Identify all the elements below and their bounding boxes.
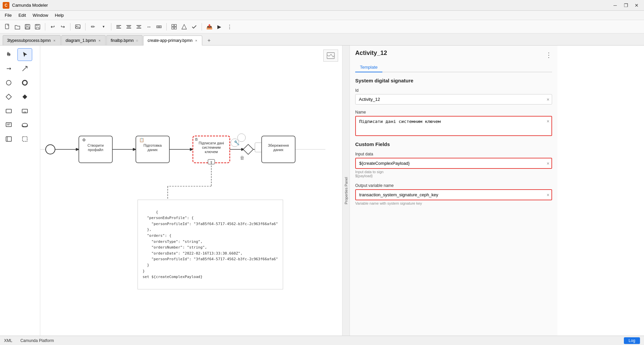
field-group-name: Name Підписати дані системним ключем ×: [355, 110, 552, 136]
svg-rect-4: [35, 24, 40, 29]
tool-connect[interactable]: [1, 62, 16, 75]
toolbar-edit-arrow[interactable]: ▾: [99, 22, 108, 31]
toolbar-edit-mode[interactable]: ✏: [88, 22, 98, 31]
toolbar-save[interactable]: [23, 22, 32, 31]
svg-rect-11: [126, 25, 131, 26]
field-clear-id[interactable]: ×: [547, 97, 549, 102]
svg-text:системним: системним: [202, 145, 221, 149]
tool-task[interactable]: [1, 105, 16, 117]
tab-3typessubprocess[interactable]: 3typessubprocess.bpmn ×: [3, 35, 61, 45]
svg-rect-18: [160, 26, 161, 28]
field-clear-output-variable[interactable]: ×: [547, 192, 549, 198]
tool-annotation[interactable]: [1, 119, 16, 131]
toolbar-align4[interactable]: ↔: [144, 22, 154, 31]
bpmn-diagram: ⚙ Створити профайл 📋 Підготовка даних B …: [40, 46, 325, 283]
tool-hand[interactable]: [1, 48, 16, 61]
tool-data-object[interactable]: [17, 119, 32, 131]
tab-close-create-app-primary[interactable]: ×: [195, 38, 198, 43]
tabs-bar: 3typessubprocess.bpmn × diagram_1.bpmn ×…: [0, 33, 644, 46]
title-bar: C Camunda Modeler ─ ❐ ✕: [0, 0, 644, 11]
svg-rect-19: [158, 26, 160, 28]
toolbar-align1[interactable]: [114, 22, 123, 31]
svg-rect-33: [6, 123, 11, 127]
toolbar-run[interactable]: ▶: [215, 22, 224, 31]
tool-subprocess[interactable]: [17, 105, 32, 117]
tab-create-app-primary[interactable]: create-app-primary.bpmn ×: [143, 36, 202, 46]
properties-panel-label[interactable]: Properties Panel: [342, 46, 350, 336]
tab-close-3typessubprocess[interactable]: ×: [53, 38, 56, 43]
svg-rect-9: [116, 26, 120, 27]
task-action-wrench[interactable]: 🔧: [234, 140, 240, 146]
task-create-profile[interactable]: ⚙ Створити профайл: [79, 136, 112, 163]
minimize-button[interactable]: ─: [610, 2, 620, 9]
field-input-id[interactable]: [355, 94, 552, 105]
field-input-name[interactable]: Підписати дані системним ключем: [355, 116, 552, 136]
toolbar-align-group: ↔: [114, 22, 164, 31]
canvas[interactable]: ⚙ Створити профайл 📋 Підготовка даних B …: [40, 46, 342, 336]
toolbar-align2[interactable]: [124, 22, 133, 31]
task-prepare-data[interactable]: 📋 Підготовка даних: [136, 136, 169, 163]
field-group-input-data: Input data × Input data to sign${payload…: [355, 152, 552, 178]
toolbar-redo[interactable]: ↪: [58, 22, 67, 31]
svg-marker-28: [6, 94, 11, 99]
tool-end-event[interactable]: [17, 76, 32, 89]
field-hint-output-variable: Variable name with system signature key: [355, 201, 552, 205]
toolbar-distribute[interactable]: [154, 22, 164, 31]
field-input-output-variable[interactable]: [355, 189, 552, 200]
status-right: Log: [624, 337, 640, 344]
field-clear-input-data[interactable]: ×: [547, 161, 549, 166]
start-event[interactable]: [46, 145, 55, 154]
toolbar-sep-3: [85, 23, 86, 30]
tool-gateway[interactable]: [1, 90, 16, 103]
menu-window[interactable]: Window: [29, 11, 51, 19]
toolbar-export[interactable]: 📤: [205, 22, 214, 31]
tab-finalbp[interactable]: finalbp.bpmn ○: [106, 35, 143, 45]
tool-cursor[interactable]: [17, 48, 32, 61]
tab-add-button[interactable]: +: [204, 36, 214, 45]
minimap-toggle[interactable]: [323, 50, 338, 62]
panel-inner: Activity_12 ⋮ Template System digital si…: [350, 46, 557, 336]
left-toolbar: [0, 46, 40, 336]
field-input-wrap-input-data: ×: [355, 158, 552, 169]
field-group-output-variable: Output variable name × Variable name wit…: [355, 183, 552, 205]
field-label-id: Id: [355, 88, 552, 93]
field-clear-name[interactable]: ×: [547, 119, 549, 124]
tool-pool[interactable]: [1, 133, 16, 145]
task-save-data[interactable]: Збереження даних: [262, 136, 295, 163]
toolbar-new[interactable]: [3, 22, 12, 31]
tool-start-event[interactable]: [1, 76, 16, 89]
menu-file[interactable]: File: [1, 11, 15, 19]
tool-gateway-fill[interactable]: [17, 90, 32, 103]
menu-help[interactable]: Help: [52, 11, 67, 19]
toolbar-align3[interactable]: [134, 22, 144, 31]
panel-more-menu[interactable]: ⋮: [545, 51, 552, 59]
svg-rect-20: [172, 24, 174, 26]
task-action-delete[interactable]: 🗑: [240, 155, 245, 160]
tab-close-diagram1[interactable]: ×: [98, 38, 101, 43]
toolbar-open[interactable]: [13, 22, 22, 31]
field-label-output-variable: Output variable name: [355, 183, 552, 188]
tool-selection[interactable]: [17, 133, 32, 145]
close-button[interactable]: ✕: [632, 2, 641, 9]
tab-diagram1[interactable]: diagram_1.bpmn ×: [61, 35, 106, 45]
toolbar-misc2[interactable]: [179, 22, 189, 31]
toolbar-save-as[interactable]: [33, 22, 42, 31]
maximize-button[interactable]: ❐: [621, 2, 631, 9]
field-input-wrap-output-variable: ×: [355, 189, 552, 200]
tool-arrow[interactable]: [17, 62, 32, 75]
toolbar-more[interactable]: ⋮: [225, 22, 234, 31]
toolbar-misc3[interactable]: [190, 22, 199, 31]
custom-fields-title: Custom Fields: [355, 141, 552, 147]
panel-tab-template[interactable]: Template: [355, 63, 382, 72]
log-button[interactable]: Log: [624, 337, 640, 344]
svg-point-26: [6, 80, 11, 85]
menu-edit[interactable]: Edit: [15, 11, 29, 19]
toolbar-insert-image[interactable]: [73, 22, 83, 31]
toolbar-misc1[interactable]: [169, 22, 179, 31]
field-input-input-data[interactable]: [355, 158, 552, 169]
gateway-1[interactable]: [243, 144, 253, 154]
svg-rect-21: [174, 24, 176, 26]
status-xml[interactable]: XML: [4, 338, 12, 343]
toolbar-undo[interactable]: ↩: [48, 22, 57, 31]
task-sign-data[interactable]: B Підписати дані системним ключем +: [193, 136, 230, 164]
